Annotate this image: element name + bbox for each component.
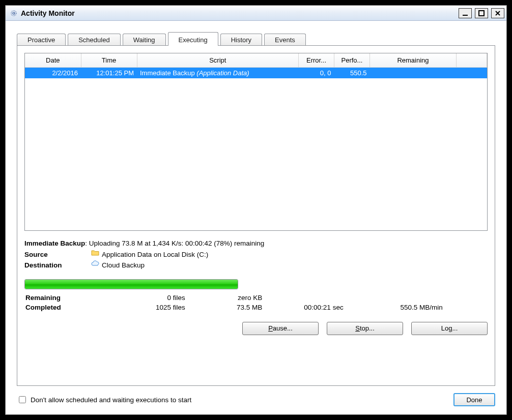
source-text: Application Data on Local Disk (C:) [102,249,208,260]
destination-label: Destination [24,260,91,271]
cell-script-detail: (Application Data) [196,69,249,77]
stats-remaining-files: 0 files [109,293,211,302]
cloud-icon [91,260,100,271]
action-button-row: Pause... Stop... Log... [24,322,488,335]
progress-bar [24,279,238,289]
cell-errors: 0, 0 [299,68,334,79]
maximize-button[interactable] [475,8,488,18]
stop-button[interactable]: Stop... [327,322,403,335]
dont-allow-checkbox-input[interactable] [19,396,26,403]
tab-strip: Proactive Scheduled Waiting Executing Hi… [17,30,495,45]
col-date[interactable]: Date [25,53,81,68]
destination-text: Cloud Backup [102,260,145,271]
stats-completed-files: 1025 files [109,303,211,312]
activity-monitor-window: Activity Monitor Proactive Scheduled Wai… [5,5,507,415]
col-errors[interactable]: Error... [299,53,334,68]
stats-table: Remaining 0 files zero KB Completed 1025… [24,292,488,313]
dont-allow-checkbox[interactable]: Don't allow scheduled and waiting execut… [17,395,191,405]
tab-events[interactable]: Events [264,34,306,46]
col-perfo[interactable]: Perfo... [334,53,370,68]
cell-date: 2/2/2016 [25,68,81,79]
close-button[interactable] [491,8,504,18]
col-spacer [457,53,487,68]
svg-point-0 [11,11,16,16]
svg-rect-2 [463,15,468,16]
cell-script: Immediate Backup (Application Data) [137,68,299,79]
tab-executing[interactable]: Executing [168,32,218,46]
cell-remaining [370,68,457,79]
tab-waiting[interactable]: Waiting [123,34,166,46]
done-button[interactable]: Done [453,393,495,406]
source-label: Source [24,249,91,260]
folder-icon [91,249,100,260]
client-area: Proactive Scheduled Waiting Executing Hi… [6,21,506,414]
footer: Don't allow scheduled and waiting execut… [17,386,495,406]
status-headline-text: : Uploading 73.8 M at 1,434 K/s: 00:00:4… [85,239,264,247]
grid-row[interactable]: 2/2/2016 12:01:25 PM Immediate Backup (A… [25,68,487,79]
status-headline: Immediate Backup: Uploading 73.8 M at 1,… [24,238,488,249]
tab-history[interactable]: History [220,34,262,46]
tab-scheduled[interactable]: Scheduled [68,34,120,46]
progress-fill [25,280,238,289]
grid-header-row: Date Time Script Error... Perfo... Remai… [25,53,487,68]
stats-completed-time: 00:00:21 sec [289,303,384,312]
stats-remaining-label: Remaining [25,293,108,302]
cell-perfo: 550.5 [334,68,370,79]
col-time[interactable]: Time [81,53,137,68]
svg-rect-3 [479,11,484,16]
pause-button[interactable]: Pause... [242,322,319,335]
stats-completed-size: 73.5 MB [212,303,288,312]
cell-time: 12:01:25 PM [81,68,137,79]
stats-completed-rate: 550.5 MB/min [385,303,487,312]
col-script[interactable]: Script [137,53,299,68]
gear-icon [10,9,18,17]
svg-point-1 [13,12,15,14]
stats-remaining-size: zero KB [212,293,288,302]
minimize-button[interactable] [459,8,472,18]
window-title: Activity Monitor [21,9,75,17]
status-block: Immediate Backup: Uploading 73.8 M at 1,… [24,238,488,271]
tab-proactive[interactable]: Proactive [17,34,66,46]
titlebar: Activity Monitor [6,6,506,21]
log-button[interactable]: Log... [411,322,488,335]
status-headline-label: Immediate Backup [24,239,85,247]
stats-completed-label: Completed [25,303,108,312]
executions-grid[interactable]: Date Time Script Error... Perfo... Remai… [24,53,488,231]
tab-panel-executing: Date Time Script Error... Perfo... Remai… [17,45,495,386]
cell-script-main: Immediate Backup [140,69,195,77]
col-remaining[interactable]: Remaining [370,53,457,68]
